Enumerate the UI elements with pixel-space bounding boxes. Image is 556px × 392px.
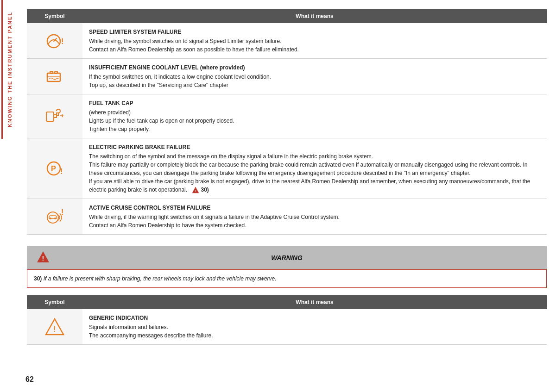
row-line-2: Contact an Alfa Romeo Dealership as soon… xyxy=(89,46,299,53)
svg-rect-3 xyxy=(47,73,60,81)
row-title: SPEED LIMITER SYSTEM FAILURE xyxy=(89,28,540,36)
row-title: INSUFFICIENT ENGINE COOLANT LEVEL (where… xyxy=(89,63,540,72)
row-line-3: If you are still able to drive the car (… xyxy=(89,178,531,193)
footnote-text: If a failure is present with sharp braki… xyxy=(44,275,277,282)
row-line-1: Signals information and failures. xyxy=(89,324,168,330)
parking-brake-icon: P ! xyxy=(33,157,76,180)
warning-title: WARNING xyxy=(50,254,524,261)
generic-warning-icon: ! xyxy=(33,317,76,336)
svg-text:!: ! xyxy=(61,208,63,216)
symbol-cell: ! xyxy=(27,23,82,59)
main-content: Symbol What it means xyxy=(18,0,556,392)
svg-text:!: ! xyxy=(195,189,196,193)
row-line-0: (where provided) xyxy=(89,109,131,116)
symbol-cell: ! xyxy=(27,309,82,345)
svg-point-14 xyxy=(50,218,51,219)
svg-rect-6 xyxy=(55,71,57,74)
row-title: ELECTRIC PARKING BRAKE FAILURE xyxy=(89,143,540,151)
col-header-meaning-2: What it means xyxy=(82,295,547,309)
svg-point-15 xyxy=(54,218,56,219)
table-row: FUEL TANK CAP (where provided) Lights up… xyxy=(27,94,547,138)
table-row: ! SPEED LIMITER SYSTEM FAILURE While dri… xyxy=(27,23,547,59)
col-header-symbol: Symbol xyxy=(27,9,82,23)
symbol-cell xyxy=(27,59,82,94)
fuel-tank-cap-icon xyxy=(33,106,76,126)
row-line-1: While driving, if the warning light swit… xyxy=(89,214,340,220)
svg-text:!: ! xyxy=(60,168,63,175)
inline-warning-triangle: ! xyxy=(192,187,199,194)
table-row: P ! ELECTRIC PARKING BRAKE FAILURE The s… xyxy=(27,138,547,199)
row-title: ACTIVE CRUISE CONTROL SYSTEM FAILURE xyxy=(89,204,540,212)
table-row: INSUFFICIENT ENGINE COOLANT LEVEL (where… xyxy=(27,59,547,94)
row-line-1: While driving, the symbol switches on to… xyxy=(89,38,282,44)
meaning-cell: ELECTRIC PARKING BRAKE FAILURE The switc… xyxy=(82,138,547,199)
meaning-cell: SPEED LIMITER SYSTEM FAILURE While drivi… xyxy=(82,23,547,59)
footnote-box: 30) If a failure is present with sharp b… xyxy=(27,269,547,288)
sidebar-label: KNOWING THE INSTRUMENT PANEL xyxy=(1,0,16,139)
row-line-1: The switching on of the symbol and the m… xyxy=(89,153,373,160)
row-line-2: This failure may partially or completely… xyxy=(89,162,528,176)
col-header-meaning: What it means xyxy=(82,9,547,23)
table-row: ! GENERIC INDICATION Signals information… xyxy=(27,309,547,345)
row-line-1: If the symbol switches on, it indicates … xyxy=(89,74,271,80)
warning-triangle-icon: ! xyxy=(36,250,50,265)
row-title: FUEL TANK CAP xyxy=(89,99,540,107)
meaning-cell: FUEL TANK CAP (where provided) Lights up… xyxy=(82,94,547,138)
row-line-4: ! 30) xyxy=(189,187,208,193)
footnote-number: 30) xyxy=(34,275,42,282)
svg-text:!: ! xyxy=(42,255,44,262)
svg-text:P: P xyxy=(51,165,56,173)
row-line-2: Tighten the cap properly. xyxy=(89,126,150,132)
symbol-cell: P ! xyxy=(27,138,82,199)
engine-coolant-icon xyxy=(33,67,76,86)
symbol-cell xyxy=(27,94,82,138)
page-number: 62 xyxy=(25,375,34,384)
row-title: GENERIC INDICATION xyxy=(89,314,540,322)
main-table: Symbol What it means xyxy=(27,9,547,235)
table-row: ! ACTIVE CRUISE CONTROL SYSTEM FAILURE W… xyxy=(27,199,547,235)
meaning-cell: INSUFFICIENT ENGINE COOLANT LEVEL (where… xyxy=(82,59,547,94)
row-line-2: Top up, as described in the "Servicing a… xyxy=(89,82,228,88)
col-header-symbol-2: Symbol xyxy=(27,295,82,309)
svg-rect-5 xyxy=(50,71,53,74)
symbol-cell: ! xyxy=(27,199,82,235)
svg-text:!: ! xyxy=(61,37,63,45)
row-line-2: The accompanying messages describe the f… xyxy=(89,332,213,339)
speed-limiter-icon: ! xyxy=(33,31,76,50)
footnote-ref: 30) xyxy=(201,187,208,193)
cruise-control-icon: ! xyxy=(33,205,76,228)
row-line-1: Lights up if the fuel tank cap is open o… xyxy=(89,118,234,124)
row-line-2: Contact an Alfa Romeo Dealership to have… xyxy=(89,222,246,229)
svg-text:!: ! xyxy=(53,325,56,333)
second-table: Symbol What it means ! G xyxy=(27,295,547,345)
meaning-cell: ACTIVE CRUISE CONTROL SYSTEM FAILURE Whi… xyxy=(82,199,547,235)
warning-banner: ! WARNING xyxy=(27,246,547,269)
svg-rect-7 xyxy=(46,112,54,121)
meaning-cell: GENERIC INDICATION Signals information a… xyxy=(82,309,547,345)
